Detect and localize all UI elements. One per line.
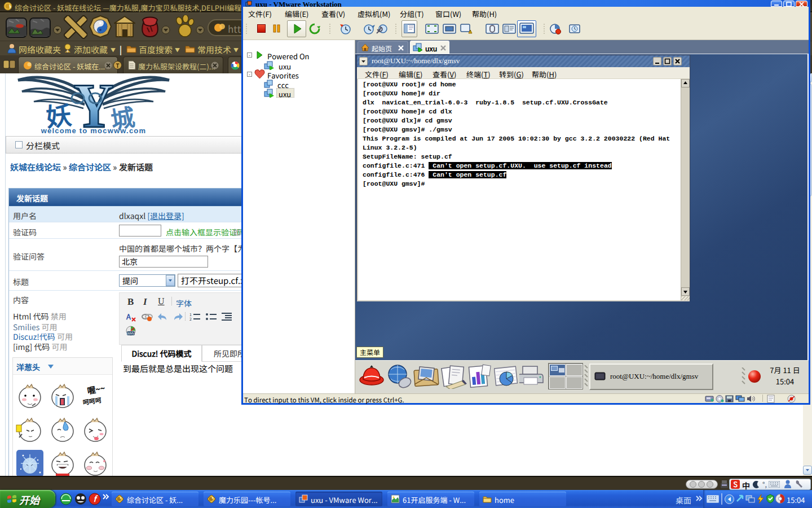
svg-text:呵呵呵: 呵呵呵 <box>82 395 102 406</box>
svg-text:WMV: WMV <box>127 331 135 336</box>
svg-text:2: 2 <box>189 316 192 322</box>
svg-text:!: ! <box>470 29 471 34</box>
svg-text:喔~~: 喔~~ <box>86 382 106 396</box>
svg-text:S: S <box>733 480 738 489</box>
svg-text:T: T <box>116 61 120 69</box>
svg-text:+: + <box>67 47 69 54</box>
svg-text:A: A <box>126 312 131 322</box>
svg-text:welcome to mocwww.com: welcome to mocwww.com <box>41 126 147 135</box>
